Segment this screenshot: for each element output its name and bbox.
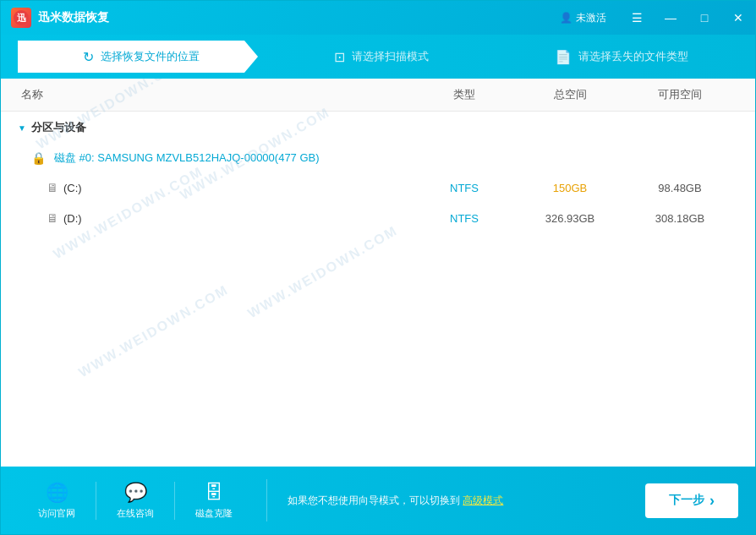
- user-status[interactable]: 👤 未激活: [560, 11, 606, 25]
- menu-button[interactable]: ☰: [620, 1, 654, 35]
- section-title: 分区与设备: [31, 120, 86, 135]
- user-icon: 👤: [560, 12, 572, 24]
- disk-row: 🔒 磁盘 #0: SAMSUNG MZVLB512HAJQ-00000(477 …: [1, 144, 755, 172]
- disk-label: 磁盘 #0: SAMSUNG MZVLB512HAJQ-00000(477 GB…: [54, 150, 320, 166]
- titlebar: 迅 迅米数据恢复 👤 未激活 ☰ — □ ✕: [1, 1, 755, 35]
- step2-label: 请选择扫描模式: [352, 49, 429, 64]
- step-1[interactable]: ↻ 选择恢复文件的位置: [18, 41, 258, 73]
- drive-d-free: 308.18GB: [625, 212, 735, 225]
- consult-label: 在线咨询: [117, 507, 154, 520]
- section-arrow-icon: ▼: [18, 123, 26, 133]
- footer-advanced-link[interactable]: 高级模式: [463, 494, 503, 506]
- clone-icon: 🗄: [205, 482, 223, 504]
- disk-lock-icon: 🔒: [31, 151, 46, 165]
- footer: 🌐 访问官网 💬 在线咨询 🗄 磁盘克隆 如果您不想使用向导模式，可以切换到 高…: [1, 467, 755, 534]
- website-icon: 🌐: [46, 482, 68, 504]
- footer-consult[interactable]: 💬 在线咨询: [96, 482, 174, 520]
- section-header: ▼ 分区与设备: [1, 112, 755, 144]
- drive-c-free: 98.48GB: [625, 182, 735, 194]
- svg-text:迅: 迅: [17, 13, 27, 23]
- next-button[interactable]: 下一步 ›: [645, 483, 738, 518]
- step3-icon: 📄: [555, 49, 572, 65]
- step2-icon: ⊡: [334, 49, 345, 65]
- next-label: 下一步: [669, 493, 704, 508]
- maximize-button[interactable]: □: [688, 1, 721, 35]
- consult-icon: 💬: [124, 482, 147, 504]
- drive-d-row[interactable]: 🖥 (D:) NTFS 326.93GB 308.18GB: [1, 203, 755, 233]
- drive-d-total: 326.93GB: [515, 212, 625, 225]
- app-window: 迅 迅米数据恢复 👤 未激活 ☰ — □ ✕ ↻ 选择恢复文件的位置 ⊡ 请选择…: [0, 0, 756, 535]
- footer-message: 如果您不想使用向导模式，可以切换到 高级模式: [281, 494, 632, 508]
- drive-c-name: 🖥 (C:): [47, 181, 414, 194]
- footer-message-prefix: 如果您不想使用向导模式，可以切换到: [288, 494, 460, 506]
- drive-c-row[interactable]: 🖥 (C:) NTFS 150GB 98.48GB: [1, 172, 755, 203]
- step1-label: 选择恢复文件的位置: [101, 49, 200, 64]
- col-total-header: 总空间: [515, 87, 625, 102]
- minimize-button[interactable]: —: [654, 1, 688, 35]
- footer-clone[interactable]: 🗄 磁盘克隆: [174, 482, 253, 520]
- step1-icon: ↻: [83, 49, 94, 65]
- footer-divider: [266, 479, 267, 521]
- step-3[interactable]: 📄 请选择丢失的文件类型: [498, 41, 738, 73]
- drive-c-icon: 🖥: [47, 181, 58, 194]
- drive-c-total: 150GB: [515, 182, 625, 194]
- titlebar-controls: 👤 未激活 ☰ — □ ✕: [560, 1, 755, 35]
- website-label: 访问官网: [38, 507, 75, 520]
- step3-label: 请选择丢失的文件类型: [578, 49, 688, 64]
- footer-nav: 🌐 访问官网 💬 在线咨询 🗄 磁盘克隆: [18, 482, 253, 520]
- drive-d-type: NTFS: [414, 212, 515, 225]
- footer-website[interactable]: 🌐 访问官网: [18, 482, 96, 520]
- table-header: 名称 类型 总空间 可用空间: [1, 79, 755, 112]
- main-content: 名称 类型 总空间 可用空间 ▼ 分区与设备 🔒 磁盘 #0: SAMSUNG …: [1, 79, 755, 468]
- app-logo: 迅: [11, 8, 31, 28]
- close-button[interactable]: ✕: [721, 1, 755, 35]
- steps-bar: ↻ 选择恢复文件的位置 ⊡ 请选择扫描模式 📄 请选择丢失的文件类型: [1, 35, 755, 79]
- col-free-header: 可用空间: [625, 87, 735, 102]
- drive-d-icon: 🖥: [47, 211, 58, 225]
- drive-c-type: NTFS: [414, 182, 515, 194]
- clone-label: 磁盘克隆: [195, 507, 233, 520]
- next-icon: ›: [709, 492, 715, 510]
- col-name-header: 名称: [21, 87, 414, 102]
- app-title: 迅米数据恢复: [38, 10, 109, 25]
- step-2[interactable]: ⊡ 请选择扫描模式: [258, 41, 498, 73]
- col-type-header: 类型: [414, 87, 515, 102]
- drive-d-name: 🖥 (D:): [47, 211, 414, 225]
